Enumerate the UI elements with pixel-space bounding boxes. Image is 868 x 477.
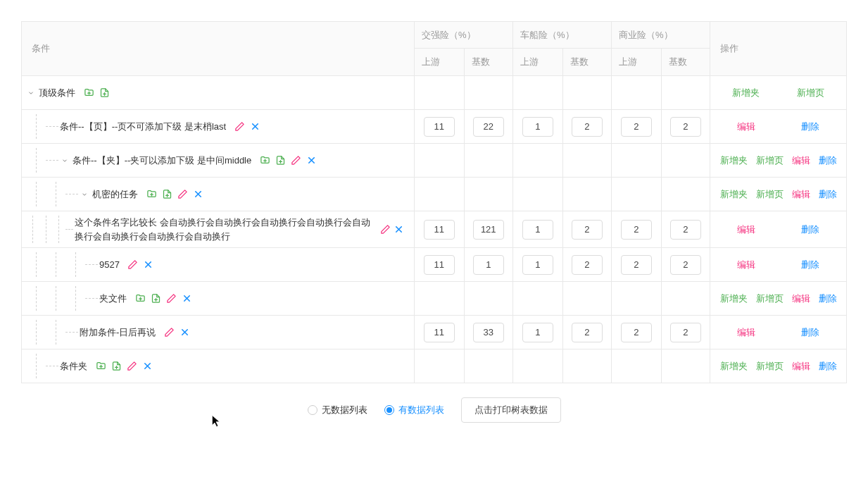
delete-link[interactable]: 删除	[819, 292, 837, 305]
add-folder-icon[interactable]	[258, 154, 271, 167]
tree-indent-guide	[46, 320, 65, 345]
value-input[interactable]	[424, 117, 455, 137]
edit-icon[interactable]	[127, 259, 139, 271]
tree-indent-guide	[26, 286, 46, 311]
value-input[interactable]	[522, 255, 553, 275]
edit-link[interactable]: 编辑	[792, 360, 810, 373]
expand-toggle-icon[interactable]	[26, 88, 36, 98]
value-input[interactable]	[572, 255, 603, 275]
edit-icon[interactable]	[176, 188, 189, 201]
value-input[interactable]	[670, 117, 701, 137]
value-input[interactable]	[670, 323, 701, 342]
radio-dot-icon	[384, 405, 394, 415]
value-input[interactable]	[473, 323, 504, 342]
edit-icon[interactable]	[165, 292, 177, 305]
delete-icon[interactable]	[141, 360, 153, 373]
delete-link[interactable]: 删除	[801, 223, 819, 236]
add-folder-icon[interactable]	[82, 87, 95, 99]
radio-nodata[interactable]: 无数据列表	[308, 404, 367, 416]
tree-branch-dash	[85, 264, 98, 265]
value-input[interactable]	[621, 220, 652, 240]
condition-cell: 夹文件	[22, 282, 415, 315]
value-group	[612, 248, 710, 281]
ops-cell: 新增夹新增页	[710, 76, 846, 109]
edit-link[interactable]: 编辑	[792, 188, 810, 201]
add-folder-icon[interactable]	[145, 188, 158, 201]
edit-icon[interactable]	[163, 326, 175, 339]
delete-link[interactable]: 删除	[819, 154, 837, 167]
value-input[interactable]	[473, 255, 504, 275]
delete-icon[interactable]	[249, 120, 261, 133]
delete-link[interactable]: 删除	[801, 326, 819, 339]
add-folder-link[interactable]: 新增夹	[720, 292, 748, 305]
add-folder-link[interactable]: 新增夹	[720, 360, 748, 373]
add-folder-link[interactable]: 新增夹	[720, 188, 748, 201]
add-page-icon[interactable]	[149, 292, 162, 305]
tree-branch-dash	[65, 229, 74, 230]
value-group	[415, 110, 513, 143]
value-cell	[612, 349, 661, 383]
value-cell	[562, 178, 612, 211]
edit-link[interactable]: 编辑	[737, 326, 755, 339]
radio-withdata[interactable]: 有数据列表	[384, 404, 444, 416]
delete-icon[interactable]	[180, 292, 193, 305]
edit-link[interactable]: 编辑	[737, 259, 755, 271]
delete-link[interactable]: 删除	[819, 360, 837, 373]
node-label: 这个条件名字比较长 会自动换行会自动换行会自动换行会自动换行会自动换行会自动换行…	[75, 216, 373, 243]
value-input[interactable]	[473, 117, 504, 137]
add-page-link[interactable]: 新增页	[756, 188, 784, 201]
add-folder-icon[interactable]	[94, 360, 107, 373]
add-page-link[interactable]: 新增页	[756, 154, 784, 167]
delete-link[interactable]: 删除	[801, 259, 819, 271]
delete-link[interactable]: 删除	[819, 188, 837, 201]
delete-icon[interactable]	[394, 223, 404, 236]
value-input[interactable]	[572, 117, 603, 137]
value-input[interactable]	[473, 220, 504, 240]
add-page-icon[interactable]	[98, 87, 111, 99]
value-input[interactable]	[424, 323, 455, 342]
edit-link[interactable]: 编辑	[737, 223, 755, 236]
value-input[interactable]	[621, 323, 652, 342]
value-group	[612, 282, 710, 315]
delete-icon[interactable]	[305, 154, 317, 167]
add-page-link[interactable]: 新增页	[756, 360, 784, 373]
condition-cell: 机密的任务	[22, 178, 415, 211]
edit-link[interactable]: 编辑	[792, 292, 810, 305]
edit-icon[interactable]	[289, 154, 302, 167]
value-input[interactable]	[424, 220, 455, 240]
edit-link[interactable]: 编辑	[792, 154, 810, 167]
edit-link[interactable]: 编辑	[737, 120, 755, 133]
print-tree-button[interactable]: 点击打印树表数据	[461, 397, 561, 423]
add-folder-link[interactable]: 新增夹	[732, 87, 760, 99]
value-cell	[415, 144, 464, 177]
value-input[interactable]	[522, 220, 553, 240]
add-folder-link[interactable]: 新增夹	[720, 154, 748, 167]
value-cell	[612, 76, 661, 109]
value-input[interactable]	[621, 117, 652, 137]
delete-link[interactable]: 删除	[801, 120, 819, 133]
expand-toggle-icon[interactable]	[60, 156, 70, 166]
add-page-link[interactable]: 新增页	[797, 87, 824, 99]
edit-icon[interactable]	[125, 360, 138, 373]
delete-icon[interactable]	[191, 188, 204, 201]
delete-icon[interactable]	[142, 259, 155, 271]
add-page-link[interactable]: 新增页	[756, 292, 784, 305]
add-page-icon[interactable]	[274, 154, 287, 167]
value-input[interactable]	[572, 220, 603, 240]
add-page-icon[interactable]	[110, 360, 122, 373]
edit-icon[interactable]	[233, 120, 246, 133]
add-folder-icon[interactable]	[134, 292, 146, 305]
edit-icon[interactable]	[380, 223, 391, 236]
value-input[interactable]	[424, 255, 455, 275]
value-input[interactable]	[572, 323, 603, 342]
value-input[interactable]	[670, 255, 701, 275]
header-group-title: 商业险（%）	[612, 22, 710, 49]
header-group-title: 车船险（%）	[513, 22, 611, 49]
value-input[interactable]	[522, 117, 553, 137]
value-input[interactable]	[522, 323, 553, 342]
delete-icon[interactable]	[178, 326, 191, 339]
add-page-icon[interactable]	[161, 188, 173, 201]
value-input[interactable]	[670, 220, 701, 240]
value-input[interactable]	[621, 255, 652, 275]
expand-toggle-icon[interactable]	[80, 190, 89, 199]
